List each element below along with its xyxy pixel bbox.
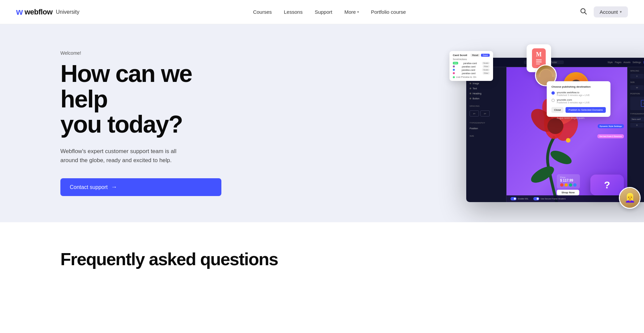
hero-title: How can we help you today? [60,61,221,137]
faq-section: Frequently asked questions [0,222,644,289]
nav-support[interactable]: Support [315,9,332,15]
svg-point-10 [566,138,571,143]
logo-webflow-text: webflow [24,8,52,16]
svg-line-1 [585,12,586,14]
scroll-row-1: On parallax-card Scale [453,62,490,64]
nav-courses[interactable]: Courses [253,9,272,15]
price-box: Price $ 117.99 [557,174,580,189]
hero-content: Welcome! How can we help you today? Webf… [60,50,221,196]
scroll-row-4: parallax-card Filter [453,72,490,75]
live-preview: Live Preview is: On [453,76,490,78]
svg-point-9 [547,118,564,134]
live-dot [453,76,455,78]
faq-title: Frequently asked questions [60,249,584,269]
close-button[interactable]: Close [551,107,564,113]
scroll-card-title: Card Scroll [453,54,467,57]
nav-lessons[interactable]: Lessons [284,9,303,15]
question-bubble: ? [590,175,624,195]
save-button[interactable]: Save [481,54,490,57]
dynamic-style-badge: Dynamic Style Settings [598,124,624,128]
scroll-card-buttons: Reset Save [471,54,490,57]
publish-card: Choose publishing destination yoursite.w… [547,81,610,117]
chevron-down-icon: ▾ [620,10,622,14]
scroll-tag: On [453,62,458,64]
hero-section: Welcome! How can we help you today? Webf… [0,24,644,222]
bottom-bar: Enable SSL Use Secure Frame Headers [506,195,627,202]
chevron-down-icon: ▾ [357,10,359,14]
account-button[interactable]: Account ▾ [594,6,628,17]
scroll-card-float: Card Scroll Reset Save Scroll Actions On… [449,51,493,81]
hero-subtitle: Webflow's expert customer support team i… [60,147,188,165]
logo[interactable]: w webflow University [16,7,79,17]
nav-right: Account ▾ [580,6,628,17]
scroll-actions-label: Scroll Actions [453,58,490,60]
hero-illustration: Card Scroll Reset Save Scroll Actions On… [382,38,644,222]
logo-university-text: University [56,9,79,15]
publish-button[interactable]: Publish to Selected Domains [566,107,606,113]
search-icon[interactable] [580,7,587,16]
arrow-right-icon: → [111,184,117,191]
logo-webflow-w: w [16,7,22,17]
nav-portfolio[interactable]: Portfolio course [371,9,406,15]
avatar-female: 👱‍♀️ [619,187,641,209]
navbar: w webflow University Courses Lessons Sup… [0,0,644,24]
contact-support-button[interactable]: Contact support → [60,178,221,196]
shop-now-button[interactable]: Shop Now [557,190,579,195]
reset-button[interactable]: Reset [471,54,480,57]
nav-more[interactable]: More ▾ [344,9,359,15]
scroll-row-2: parallax-card Filter [453,65,490,68]
nav-links: Courses Lessons Support More ▾ Portfolio… [253,9,406,15]
get-last-item-badge: Get last from 2 Sources [597,134,624,138]
scroll-row-3: parallax-card Scale [453,68,490,71]
hero-welcome: Welcome! [60,50,221,56]
svg-point-3 [548,148,574,167]
